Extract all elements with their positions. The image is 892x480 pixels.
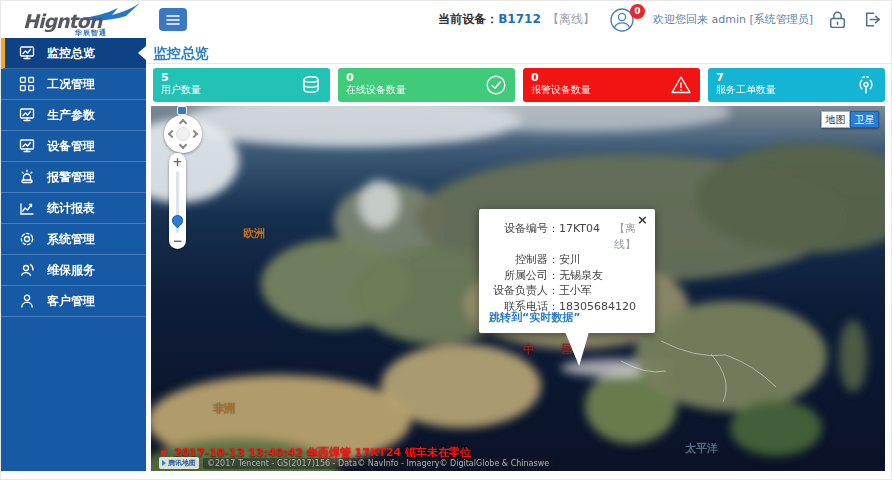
current-device-status: 当前设备：B1712 【离线】	[438, 11, 595, 28]
stat-card-users: 5 用户数量	[153, 68, 330, 102]
popup-value: 安川	[559, 252, 581, 268]
support-person-icon	[19, 262, 35, 278]
monitor-chart-icon	[19, 138, 35, 154]
tencent-logo-icon	[162, 460, 166, 466]
sidebar-item-label: 报警管理	[47, 169, 95, 186]
topbar-right-group: 当前设备：B1712 【离线】 0 欢迎您回来 admin [系统管理员]	[438, 1, 883, 38]
popup-value: 王小军	[559, 283, 592, 299]
page-title: 监控总览	[153, 45, 209, 63]
gear-icon	[19, 231, 35, 247]
sidebar-item-working-condition[interactable]: 工况管理	[1, 69, 146, 100]
satellite-view-button[interactable]: 卫星	[850, 111, 879, 128]
zoom-out-button[interactable]: −	[169, 234, 186, 248]
zoom-in-button[interactable]: +	[169, 155, 186, 169]
map-container: + − 地图 卫星 欧洲 非洲 中 国 太平洋 × 设备编号： 17KT04 【…	[151, 106, 885, 471]
warning-triangle-icon	[670, 74, 692, 96]
logout-button[interactable]	[862, 9, 883, 30]
logout-icon	[862, 9, 883, 30]
map-label-europe: 欧洲	[243, 226, 265, 241]
lock-icon	[827, 9, 848, 30]
map-overview-toggle[interactable]	[177, 106, 187, 115]
list-menu-icon	[166, 14, 180, 26]
stat-value: 0	[346, 71, 507, 84]
stat-value: 7	[716, 71, 877, 84]
current-device-offline-status: 【离线】	[547, 12, 595, 26]
map-zoom-slider[interactable]: + −	[169, 153, 186, 249]
popup-label: 设备负责人：	[485, 283, 559, 299]
map-label-africa: 非洲	[213, 401, 235, 416]
sidebar-item-statistics-report[interactable]: 统计报表	[1, 193, 146, 224]
alarm-siren-icon	[19, 169, 35, 185]
pan-left-icon[interactable]	[168, 130, 176, 138]
stat-label: 在线设备数量	[346, 84, 507, 96]
zoom-thumb[interactable]	[170, 213, 186, 229]
check-circle-icon	[485, 74, 507, 96]
popup-label: 所属公司：	[485, 268, 559, 284]
popup-value: 17KT04	[559, 221, 600, 252]
realtime-data-link[interactable]: 跳转到“实时数据”	[489, 310, 580, 325]
stat-card-service-orders: 7 服务工单数量	[708, 68, 885, 102]
database-icon	[300, 74, 322, 96]
current-device-label: 当前设备：	[438, 12, 498, 26]
stat-label: 服务工单数量	[716, 84, 877, 96]
stats-chart-icon	[19, 200, 35, 216]
popup-label: 控制器：	[485, 252, 559, 268]
stat-label: 报警设备数量	[531, 84, 692, 96]
pan-center-button[interactable]	[176, 127, 190, 141]
tencent-logo-text: 腾讯地图	[168, 458, 196, 468]
sidebar-nav: 监控总览 工况管理 生产参数 设备管理 报警管理 统计报表 系统管理 维保服务	[1, 38, 146, 471]
sidebar-item-monitor-overview[interactable]: 监控总览	[1, 38, 146, 69]
stat-card-online-devices: 0 在线设备数量	[338, 68, 515, 102]
sidebar-collapse-button[interactable]	[159, 8, 187, 31]
popup-row-controller: 控制器： 安川	[485, 252, 647, 268]
popup-label: 设备编号：	[485, 221, 559, 252]
device-info-popup: × 设备编号： 17KT04 【离线】 控制器： 安川 所属公司： 无锡泉友 设…	[479, 209, 655, 333]
dashboard-page: Hignton 华辰智通 当前设备：B1712 【离线】 0	[0, 0, 892, 480]
pan-down-icon[interactable]	[179, 141, 187, 149]
brand-logo: Hignton 华辰智通	[15, 4, 140, 36]
popup-row-device-id: 设备编号： 17KT04 【离线】	[485, 221, 647, 252]
stat-label: 用户数量	[161, 84, 322, 96]
current-device-value: B1712	[498, 12, 541, 26]
sidebar-item-device-management[interactable]: 设备管理	[1, 131, 146, 162]
sidebar-item-system-management[interactable]: 系统管理	[1, 224, 146, 255]
sidebar-item-label: 维保服务	[47, 262, 95, 279]
sidebar-item-label: 统计报表	[47, 200, 95, 217]
person-icon	[19, 293, 35, 309]
user-notification-button[interactable]: 0	[609, 7, 639, 33]
attribution-text: ©2017 Tencent - GS(2017)156 - Data© NavI…	[203, 458, 553, 469]
stat-cards-row: 5 用户数量 0 在线设备数量 0 报警设备数量 7 服务工单数量	[153, 68, 885, 102]
notification-badge: 0	[630, 4, 645, 19]
sidebar-item-label: 设备管理	[47, 138, 95, 155]
sidebar-item-maintenance-service[interactable]: 维保服务	[1, 255, 146, 286]
pan-right-icon[interactable]	[190, 130, 198, 138]
tencent-maps-logo: 腾讯地图	[159, 457, 199, 469]
sidebar-item-label: 客户管理	[47, 293, 95, 310]
close-icon[interactable]: ×	[637, 213, 648, 226]
welcome-message: 欢迎您回来 admin [系统管理员]	[653, 12, 813, 27]
sidebar-item-label: 系统管理	[47, 231, 95, 248]
stat-card-alarm-devices: 0 报警设备数量	[523, 68, 700, 102]
stat-value: 0	[531, 71, 692, 84]
sidebar-item-production-params[interactable]: 生产参数	[1, 100, 146, 131]
popup-row-owner: 设备负责人： 王小军	[485, 283, 647, 299]
map-pan-control[interactable]	[164, 115, 202, 153]
sidebar-item-label: 生产参数	[47, 107, 95, 124]
popup-row-company: 所属公司： 无锡泉友	[485, 268, 647, 284]
top-bar: Hignton 华辰智通 当前设备：B1712 【离线】 0	[1, 1, 892, 38]
username-role: admin [系统管理员]	[711, 13, 813, 26]
lock-screen-button[interactable]	[827, 9, 848, 30]
popup-value: 无锡泉友	[559, 268, 603, 284]
map-view-button[interactable]: 地图	[821, 111, 850, 128]
sidebar-item-alarm-management[interactable]: 报警管理	[1, 162, 146, 193]
map-type-toggle: 地图 卫星	[821, 111, 879, 128]
sidebar-item-label: 工况管理	[47, 76, 95, 93]
logo-subtext: 华辰智通	[75, 28, 107, 38]
stat-value: 5	[161, 71, 322, 84]
sidebar-item-customer-management[interactable]: 客户管理	[1, 286, 146, 317]
broadcast-icon	[855, 74, 877, 96]
alarm-dot-icon	[161, 450, 166, 455]
map-label-pacific: 太平洋	[685, 441, 718, 456]
pan-up-icon[interactable]	[179, 119, 187, 127]
monitor-overview-icon	[19, 45, 35, 61]
